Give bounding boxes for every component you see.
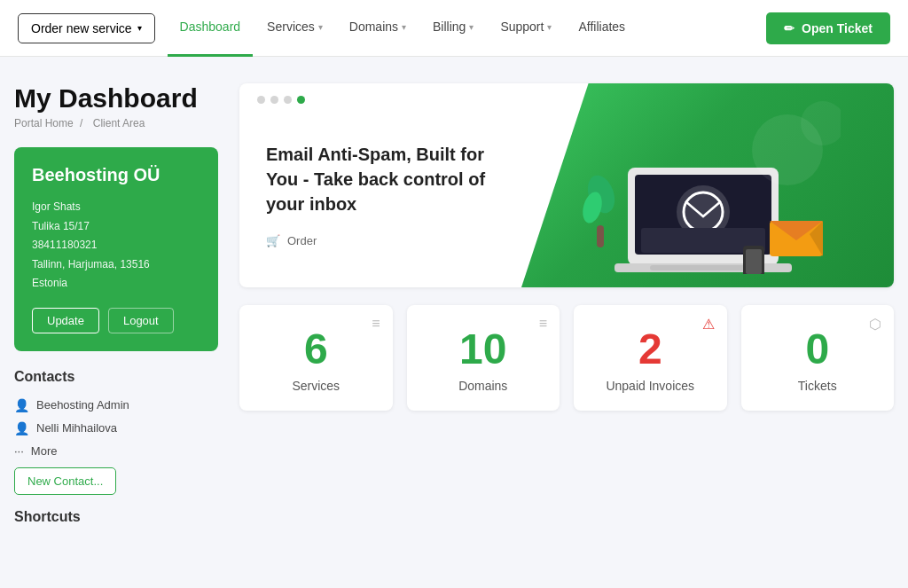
contacts-title: Contacts — [14, 369, 218, 385]
banner-illustration — [521, 83, 894, 287]
company-person: Igor Shats — [32, 198, 200, 217]
tickets-label: Tickets — [759, 379, 877, 393]
more-contacts-item[interactable]: ··· More — [14, 440, 218, 462]
banner-order-button[interactable]: 🛒 Order — [266, 234, 317, 247]
company-name: Beehosting OÜ — [32, 165, 200, 185]
invoices-number: 2 — [591, 326, 709, 373]
svg-rect-5 — [650, 265, 756, 270]
pencil-icon: ✏ — [784, 21, 794, 35]
domains-label: Domains — [425, 379, 543, 393]
breadcrumb-current: Client Area — [93, 117, 145, 129]
nav-items: Dashboard Services ▾ Domains ▾ Billing ▾… — [168, 0, 763, 57]
stat-card-invoices[interactable]: ⚠ 2 Unpaid Invoices — [574, 305, 727, 411]
content: × Email Anti-Spam, Built for You - Take … — [239, 83, 894, 525]
services-icon: ≡ — [372, 316, 380, 332]
domains-icon: ≡ — [539, 316, 547, 332]
nav-domains[interactable]: Domains ▾ — [337, 0, 419, 57]
contact-item-2[interactable]: 👤 Nelli Mihhailova — [14, 417, 218, 440]
domains-number: 10 — [425, 326, 543, 373]
company-city: Tallinn, Harjumaa, 13516 — [32, 255, 200, 275]
contacts-section: Contacts 👤 Beehosting Admin 👤 Nelli Mihh… — [14, 369, 218, 495]
banner-headline: Email Anti-Spam, Built for You - Take ba… — [266, 142, 514, 216]
svg-rect-9 — [597, 225, 604, 247]
banner-dots — [257, 96, 305, 104]
banner-text: Email Anti-Spam, Built for You - Take ba… — [239, 98, 541, 274]
breadcrumb: Portal Home / Client Area — [14, 117, 218, 129]
breadcrumb-sep: / — [80, 117, 82, 129]
dot-4[interactable] — [297, 96, 305, 104]
banner-card: × Email Anti-Spam, Built for You - Take … — [239, 83, 894, 287]
services-number: 6 — [257, 326, 375, 373]
banner-svg — [575, 97, 841, 274]
nav-dashboard[interactable]: Dashboard — [168, 0, 254, 57]
page-title: My Dashboard — [14, 83, 218, 114]
stat-card-tickets[interactable]: ⬡ 0 Tickets — [741, 305, 895, 411]
services-label: Services — [257, 379, 375, 393]
dot-1[interactable] — [257, 96, 265, 104]
sidebar: My Dashboard Portal Home / Client Area B… — [14, 83, 218, 525]
nav-affiliates[interactable]: Affiliates — [566, 0, 638, 57]
company-actions: Update Logout — [32, 308, 200, 333]
order-button-label: Order new service — [31, 21, 132, 35]
stat-card-domains[interactable]: ≡ 10 Domains — [407, 305, 560, 411]
tickets-number: 0 — [759, 326, 877, 373]
open-ticket-button[interactable]: ✏ Open Ticket — [766, 12, 890, 44]
breadcrumb-home[interactable]: Portal Home — [14, 117, 74, 129]
company-card: Beehosting OÜ Igor Shats Tulika 15/17 38… — [14, 147, 218, 351]
tickets-icon: ⬡ — [869, 316, 881, 333]
update-button[interactable]: Update — [32, 308, 99, 333]
new-contact-button[interactable]: New Contact... — [14, 467, 116, 495]
person-icon-2: 👤 — [14, 421, 29, 435]
order-chevron-icon: ▾ — [137, 23, 142, 33]
shortcuts-title: Shortcuts — [14, 509, 218, 525]
company-phone: 38411180321 — [32, 236, 200, 255]
contact-item-1[interactable]: 👤 Beehosting Admin — [14, 394, 218, 417]
cart-icon: 🛒 — [266, 234, 280, 247]
nav-billing[interactable]: Billing ▾ — [420, 0, 486, 57]
main-container: My Dashboard Portal Home / Client Area B… — [0, 57, 908, 552]
invoices-label: Unpaid Invoices — [591, 379, 709, 393]
services-chevron-icon: ▾ — [318, 22, 323, 32]
person-icon-1: 👤 — [14, 398, 29, 412]
stat-card-services[interactable]: ≡ 6 Services — [239, 305, 393, 411]
logout-button[interactable]: Logout — [108, 308, 174, 333]
ellipsis-icon: ··· — [14, 444, 24, 458]
stats-grid: ≡ 6 Services ≡ 10 Domains ⚠ 2 Unpaid Inv… — [239, 305, 894, 411]
order-new-service-button[interactable]: Order new service ▾ — [18, 13, 155, 43]
billing-chevron-icon: ▾ — [469, 22, 474, 32]
nav-support[interactable]: Support ▾ — [488, 0, 564, 57]
company-address1: Tulika 15/17 — [32, 217, 200, 237]
dot-3[interactable] — [284, 96, 292, 104]
navbar: Order new service ▾ Dashboard Services ▾… — [0, 0, 908, 57]
svg-rect-14 — [746, 249, 762, 274]
dot-2[interactable] — [270, 96, 278, 104]
company-info: Igor Shats Tulika 15/17 38411180321 Tall… — [32, 198, 200, 294]
alert-icon: ⚠ — [702, 316, 715, 333]
nav-services[interactable]: Services ▾ — [254, 0, 335, 57]
company-country: Estonia — [32, 274, 200, 294]
domains-chevron-icon: ▾ — [402, 22, 406, 32]
support-chevron-icon: ▾ — [547, 22, 552, 32]
